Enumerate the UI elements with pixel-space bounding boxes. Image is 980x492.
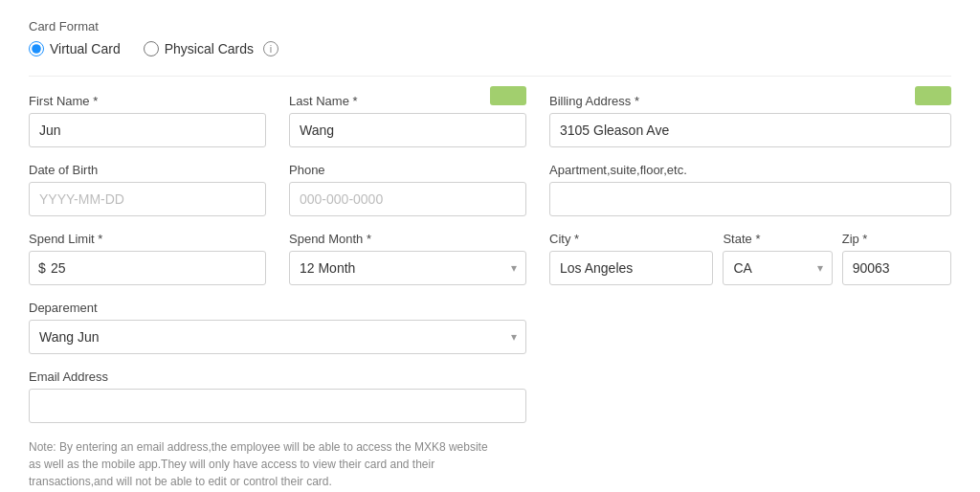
email-group: Email Address [29,369,526,423]
city-group: City * [549,232,713,285]
email-input[interactable] [29,389,526,423]
dob-input[interactable] [29,182,266,216]
first-name-input[interactable] [29,113,266,147]
department-group: Deparement Wang Jun ▾ [29,301,526,354]
dollar-sign: $ [38,260,46,276]
virtual-card-label: Virtual Card [50,41,121,56]
dob-label: Date of Birth [29,163,266,177]
dob-group: Date of Birth [29,163,266,216]
state-label: State * [723,232,832,246]
spend-month-wrapper: 1 Month 3 Month 6 Month 12 Month ▾ [289,251,526,285]
note-text: Note: By entering an email address,the e… [29,438,488,490]
phone-input[interactable] [289,182,526,216]
name-row: First Name * Last Name * [29,94,526,163]
dob-phone-row: Date of Birth Phone [29,163,526,232]
state-select[interactable]: CA NY TX FL [723,251,832,285]
billing-address-input[interactable] [549,113,951,147]
card-format-section: Card Format Virtual Card Physical Cards … [29,19,951,56]
left-section: First Name * Last Name * Date of Birth P… [29,94,526,492]
apartment-group: Apartment,suite,floor,etc. [549,163,951,216]
city-state-zip-group: City * State * CA NY TX FL ▾ [549,232,951,285]
spend-limit-label: Spend Limit * [29,232,266,246]
billing-address-badge [915,86,951,105]
first-name-label: First Name * [29,94,266,108]
phone-group: Phone [289,163,526,216]
city-label: City * [549,232,713,246]
virtual-card-option[interactable]: Virtual Card [29,41,121,56]
virtual-card-radio[interactable] [29,41,44,56]
apartment-input[interactable] [549,182,951,216]
last-name-badge [490,86,526,105]
billing-address-group: Billing Address * [549,94,951,147]
email-label: Email Address [29,369,526,384]
zip-group: Zip * [842,232,951,285]
spend-limit-group: Spend Limit * $ [29,232,266,285]
spend-month-label: Spend Month * [289,232,526,246]
zip-input[interactable] [842,251,951,285]
spend-limit-input[interactable] [29,251,266,285]
last-name-group: Last Name * [289,94,526,147]
department-wrapper: Wang Jun ▾ [29,320,526,354]
state-wrapper: CA NY TX FL ▾ [723,251,832,285]
city-state-zip-row: City * State * CA NY TX FL ▾ [549,232,951,285]
phone-label: Phone [289,163,526,177]
billing-address-label: Billing Address * [549,94,951,108]
spend-row: Spend Limit * $ Spend Month * 1 Month 3 … [29,232,526,301]
apartment-label: Apartment,suite,floor,etc. [549,163,951,177]
radio-group: Virtual Card Physical Cards i [29,41,951,56]
state-group: State * CA NY TX FL ▾ [723,232,832,285]
right-section: Billing Address * Apartment,suite,floor,… [549,94,951,492]
city-input[interactable] [549,251,713,285]
last-name-input[interactable] [289,113,526,147]
department-select[interactable]: Wang Jun [29,320,526,354]
spend-month-group: Spend Month * 1 Month 3 Month 6 Month 12… [289,232,526,285]
zip-label: Zip * [842,232,951,246]
physical-card-radio[interactable] [144,41,159,56]
spend-limit-wrapper: $ [29,251,266,285]
physical-card-option[interactable]: Physical Cards i [144,41,278,56]
spend-month-select[interactable]: 1 Month 3 Month 6 Month 12 Month [289,251,526,285]
divider [29,76,951,77]
main-layout: First Name * Last Name * Date of Birth P… [29,94,951,492]
info-icon[interactable]: i [263,41,278,56]
card-format-title: Card Format [29,19,951,34]
physical-card-label: Physical Cards [165,41,254,56]
first-name-group: First Name * [29,94,266,147]
department-label: Deparement [29,301,526,315]
